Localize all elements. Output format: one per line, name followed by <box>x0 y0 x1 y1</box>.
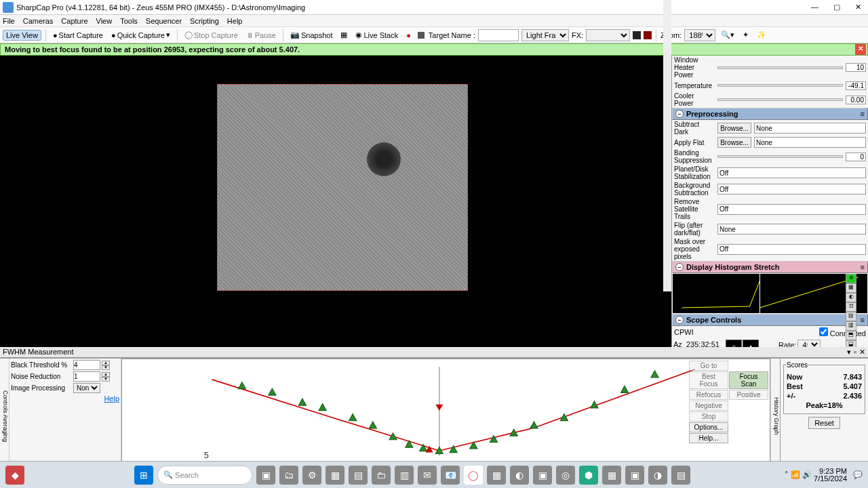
fwhm-min-icon[interactable]: ▾ <box>847 348 851 357</box>
color-swatch-1[interactable] <box>418 32 425 39</box>
task-icon-4[interactable]: ▦ <box>326 466 344 485</box>
scope-up[interactable]: ▲ <box>743 340 759 347</box>
tray-chevron-icon[interactable]: ˄ <box>785 470 789 479</box>
task-icon-10[interactable]: ▦ <box>487 466 506 485</box>
maximize-button[interactable]: ▢ <box>829 3 844 12</box>
task-icon-9[interactable]: 📧 <box>441 466 460 485</box>
color-swatch-2[interactable] <box>633 31 641 39</box>
task-icon-17[interactable]: ◑ <box>648 466 667 485</box>
apply-flat-browse[interactable]: Browse... <box>717 137 751 148</box>
stop-capture-button[interactable]: ◯ Stop Capture <box>182 30 241 40</box>
task-icon-6[interactable]: 🗀 <box>372 466 391 485</box>
refocus-button[interactable]: Refocus <box>689 390 728 400</box>
task-icon-3[interactable]: ⚙ <box>302 466 321 485</box>
background-value[interactable]: Off <box>717 184 866 195</box>
fwhm-help-link[interactable]: Help <box>104 394 119 403</box>
task-icon-13[interactable]: ◎ <box>556 466 575 485</box>
task-icon-16[interactable]: ▣ <box>625 466 644 485</box>
stop-button[interactable]: Stop <box>689 411 728 422</box>
task-icon-8[interactable]: ✉ <box>418 466 437 485</box>
task-icon-7[interactable]: ▥ <box>395 466 414 485</box>
histogram-display[interactable]: ⊕▦◐⊡▤▥⬒⬓ <box>673 274 867 313</box>
pause-button[interactable]: ⏸ Pause <box>243 30 279 40</box>
positive-button[interactable]: Positive <box>729 390 768 400</box>
task-icon-2[interactable]: 🗂 <box>279 466 298 485</box>
target-name-input[interactable] <box>478 29 519 41</box>
preprocessing-header[interactable]: –Preprocessing≡ <box>672 108 868 120</box>
subtract-dark-browse[interactable]: Browse... <box>717 123 751 134</box>
quick-capture-button[interactable]: ● Quick Capture ▾ <box>108 30 173 40</box>
banding-slider[interactable] <box>717 155 843 158</box>
image-processing-select[interactable]: None <box>73 383 100 393</box>
task-icon-1[interactable]: ▣ <box>256 466 275 485</box>
scope-header[interactable]: –Scope Controls≡ <box>672 314 868 326</box>
wand-icon[interactable]: ✨ <box>754 30 769 40</box>
vertical-scrollbar[interactable] <box>663 0 671 291</box>
tray-volume-icon[interactable]: 🔊 <box>802 470 812 479</box>
scope-connected-check[interactable] <box>819 327 828 336</box>
menu-sequencer[interactable]: Sequencer <box>146 17 182 25</box>
fwhm-max-icon[interactable]: ▫ <box>854 348 856 357</box>
menu-help[interactable]: Help <box>227 17 243 25</box>
live-view-button[interactable]: Live View <box>3 30 41 41</box>
scope-home-icon[interactable]: ⌂ <box>726 340 742 347</box>
record-icon[interactable]: ● <box>403 30 414 40</box>
color-swatch-3[interactable] <box>644 31 652 39</box>
banding-value[interactable]: 0 <box>846 152 866 161</box>
zoom-tool-icon[interactable]: 🔍▾ <box>718 30 737 40</box>
chrome-icon[interactable]: ◯ <box>464 466 483 485</box>
task-icon-5[interactable]: ▤ <box>349 466 368 485</box>
chart-help-button[interactable]: Help... <box>689 433 728 443</box>
task-icon-11[interactable]: ◐ <box>510 466 529 485</box>
fwhm-tabs[interactable]: Controls Averaging <box>0 359 9 473</box>
tray-wifi-icon[interactable]: 📶 <box>791 470 800 479</box>
menu-capture[interactable]: Capture <box>61 17 87 25</box>
task-icon-18[interactable]: ▤ <box>671 466 690 485</box>
scope-rate[interactable]: 4x <box>797 340 821 347</box>
black-threshold-input[interactable] <box>73 360 100 370</box>
planet-disk-value[interactable]: Off <box>717 167 866 178</box>
task-icon-15[interactable]: ▦ <box>602 466 621 485</box>
fwhm-close-icon[interactable]: ✕ <box>859 348 865 357</box>
start-capture-button[interactable]: ● Start Capture <box>50 30 106 40</box>
tray-clock[interactable]: 9:23 PM7/15/2024 <box>814 468 851 483</box>
menu-scripting[interactable]: Scripting <box>190 17 219 25</box>
menu-tools[interactable]: Tools <box>120 17 138 25</box>
chart-tabs[interactable]: History Graph <box>770 359 780 473</box>
fx-select[interactable] <box>586 29 630 41</box>
mask-value[interactable]: Off <box>717 244 866 255</box>
task-icon-12[interactable]: ▣ <box>533 466 552 485</box>
goto-button[interactable]: Go to <box>689 361 728 371</box>
histogram-header[interactable]: –Display Histogram Stretch≡ <box>672 261 868 273</box>
tray-notifications-icon[interactable]: 💬 <box>853 470 863 479</box>
task-icon-14[interactable]: ⬢ <box>579 466 598 485</box>
framing-icon[interactable]: ▦ <box>338 30 350 40</box>
focus-chart[interactable]: 2686026880269002692026940269602698027000… <box>121 359 770 473</box>
taskbar-search[interactable]: 🔍 Search <box>157 466 252 485</box>
focus-scan-button[interactable]: Focus Scan <box>729 371 768 389</box>
histogram-tools[interactable]: ⊕▦◐⊡▤▥⬒⬓ <box>846 274 867 347</box>
zoom-select[interactable]: 188% <box>684 29 715 41</box>
apply-flat-value[interactable]: None <box>754 137 866 148</box>
subtract-dark-value[interactable]: None <box>754 123 866 134</box>
live-stack-button[interactable]: ◉ Live Stack <box>353 30 401 40</box>
snapshot-button[interactable]: 📷 Snapshot <box>288 30 335 40</box>
best-focus-button[interactable]: Best Focus <box>689 371 728 389</box>
satellite-value[interactable]: Off <box>717 204 866 215</box>
reset-button[interactable]: Reset <box>808 417 840 429</box>
cooler-power-slider[interactable] <box>717 98 843 101</box>
noise-reduction-input[interactable] <box>73 371 100 382</box>
frame-type-select[interactable]: Light Frames <box>521 29 569 41</box>
image-preview[interactable] <box>0 56 671 347</box>
start-button[interactable]: ⊞ <box>134 466 153 485</box>
close-notification-button[interactable]: ✕ <box>855 44 866 55</box>
minimize-button[interactable]: — <box>807 3 823 12</box>
temperature-value[interactable]: -49.1 <box>846 81 866 90</box>
flip-value[interactable]: None <box>717 224 866 235</box>
menu-cameras[interactable]: Cameras <box>23 17 54 25</box>
window-heater-value[interactable]: 10 <box>846 63 866 72</box>
negative-button[interactable]: Negative <box>689 401 728 411</box>
window-heater-slider[interactable] <box>717 66 843 69</box>
temperature-slider[interactable] <box>717 84 843 87</box>
task-app-icon[interactable]: ◆ <box>5 466 24 485</box>
